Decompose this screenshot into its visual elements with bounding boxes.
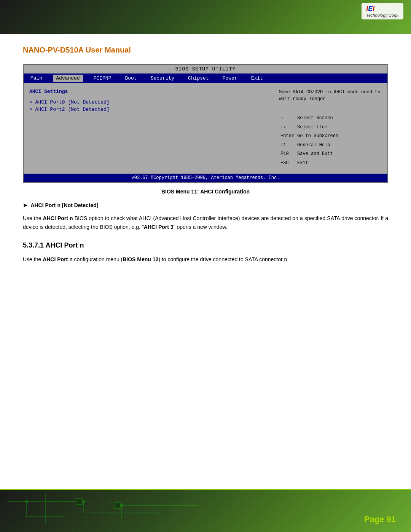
top-decorative-bar: iEi Technology Corp. — [0, 0, 411, 34]
bios-footer: v02.67 ©Copyright 1985-2009, American Me… — [24, 174, 387, 182]
bios-menu-pcipnp[interactable]: PCIPNP — [91, 75, 115, 82]
bios-title-bar: BIOS SETUP UTILITY — [24, 65, 387, 73]
key-label-select-item: Select Item — [296, 123, 340, 132]
bottom-decorative-bar: Page 91 — [0, 490, 411, 532]
bold-ahci-port-n-2: AHCI Port n — [43, 256, 73, 262]
bios-right-panel: Some SATA CD/DVD in AHCI mode need to wa… — [277, 87, 384, 170]
bios-screenshot: BIOS SETUP UTILITY Main Advanced PCIPNP … — [23, 64, 388, 183]
logo-area: iEi Technology Corp. — [362, 3, 403, 19]
circuit-decoration — [8, 494, 236, 524]
key-row-f1: F1 General Help — [279, 141, 340, 150]
bios-left-panel: AHCI Settings > AHCI Port0 [Not Detected… — [27, 87, 273, 170]
main-content: NANO-PV-D510A User Manual BIOS SETUP UTI… — [0, 34, 411, 283]
bios-menu-power[interactable]: Power — [220, 75, 241, 82]
subsection-heading: 5.3.7.1 AHCI Port n — [23, 241, 388, 249]
key-label-general-help: General Help — [296, 141, 340, 150]
svg-point-6 — [25, 500, 28, 503]
key-row-f10: F10 Save and Exit — [279, 150, 340, 159]
key-row-esc: ESC Exit — [279, 159, 340, 168]
bios-menu-security[interactable]: Security — [148, 75, 177, 82]
bios-help-text: Some SATA CD/DVD in AHCI mode need to wa… — [279, 89, 382, 102]
bios-menu-chipset[interactable]: Chipset — [185, 75, 212, 82]
bios-menu-boot[interactable]: Boot — [122, 75, 140, 82]
bios-key-legend: ↔ Select Screen ↑↓ Select Item Enter Go … — [279, 114, 382, 168]
section-arrow-item: ➤ AHCI Port n [Not Detected] — [23, 202, 388, 208]
bios-section-title: AHCI Settings — [29, 89, 271, 94]
bios-separator — [29, 97, 271, 97]
key-symbol-f10: F10 — [279, 150, 296, 159]
svg-rect-11 — [76, 498, 82, 505]
key-label-exit: Exit — [296, 159, 340, 168]
key-symbol-esc: ESC — [279, 159, 296, 168]
bold-ahci-port-3: AHCI Port 3 — [144, 224, 174, 230]
bios-item-port0[interactable]: > AHCI Port0 [Not Detected] — [29, 99, 271, 105]
bios-item-port2[interactable]: > AHCI Port2 [Not Detected] — [29, 107, 271, 112]
key-row-enter: Enter Go to SubScreen — [279, 132, 340, 141]
bios-caption: BIOS Menu 11: AHCI Configuration — [23, 189, 388, 195]
key-row-updown: ↑↓ Select Item — [279, 123, 340, 132]
bios-menu-bar: Main Advanced PCIPNP Boot Security Chips… — [24, 73, 387, 83]
key-row-arrows: ↔ Select Screen — [279, 114, 340, 123]
svg-point-5 — [83, 500, 85, 503]
page-title: NANO-PV-D510A User Manual — [23, 46, 388, 54]
logo-subtitle: Technology Corp. — [366, 13, 399, 18]
arrow-item-label: AHCI Port n [Not Detected] — [30, 202, 98, 208]
page-number: Page 91 — [364, 514, 396, 524]
key-symbol-updown: ↑↓ — [279, 123, 296, 132]
bios-menu-advanced[interactable]: Advanced — [53, 75, 83, 82]
arrow-icon: ➤ — [23, 202, 27, 208]
key-label-save-exit: Save and Exit — [296, 150, 340, 159]
key-symbol-arrows: ↔ — [279, 114, 296, 123]
logo-brand: iEi — [366, 5, 399, 13]
bios-menu-exit[interactable]: Exit — [248, 75, 266, 82]
svg-point-10 — [121, 504, 123, 506]
svg-rect-12 — [114, 502, 120, 508]
key-symbol-f1: F1 — [279, 141, 296, 150]
bios-menu-main[interactable]: Main — [27, 75, 45, 82]
key-label-go-sub: Go to SubScreen — [296, 132, 340, 141]
bold-ahci-port-n-1: AHCI Port n — [43, 215, 73, 221]
bold-bios-menu-12: BIOS Menu 12 — [123, 256, 158, 262]
bios-body: AHCI Settings > AHCI Port0 [Not Detected… — [24, 83, 387, 174]
key-symbol-enter: Enter — [279, 132, 296, 141]
body-text-2: Use the AHCI Port n configuration menu (… — [23, 255, 388, 264]
body-text-1: Use the AHCI Port n BIOS option to check… — [23, 214, 388, 232]
key-label-select-screen: Select Screen — [296, 114, 340, 123]
